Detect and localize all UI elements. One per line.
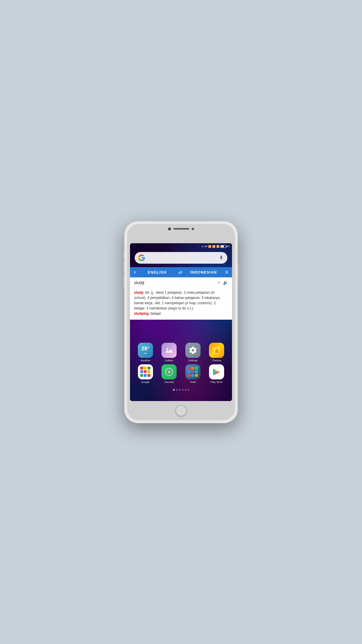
translator-keyword-2: studying — [134, 312, 149, 316]
google-grid-m — [144, 367, 147, 370]
translator-swap-icon[interactable]: ⇄ — [178, 270, 182, 275]
google-grid-maps — [147, 367, 150, 370]
google-grid-play — [144, 370, 147, 373]
weather-temp-display: 28° ☁ — [141, 346, 149, 355]
themes-icon-box — [209, 343, 224, 358]
google-apps-grid — [140, 367, 151, 377]
battery-pct-label: 65 — [227, 245, 230, 248]
gear-svg-icon — [189, 346, 197, 355]
power-button[interactable] — [238, 264, 239, 282]
themes-svg-icon — [212, 345, 222, 355]
settings-icon — [185, 343, 201, 358]
page-indicator — [130, 389, 232, 391]
translator-lang-to[interactable]: INDONESIAN — [184, 270, 222, 274]
translator-keyword-1: study — [134, 290, 143, 295]
app-row-1: 28° ☁ Weather — [130, 343, 232, 362]
google-icon — [138, 364, 153, 379]
tools-g7 — [188, 374, 191, 377]
translator-input-text[interactable]: study — [134, 280, 215, 285]
translator-header: ≡ ENGLISH ⇄ INDONESIAN ✕ — [130, 267, 232, 277]
tools-label: Tools — [190, 381, 196, 384]
app-item-playstore[interactable]: Play Store — [208, 364, 225, 384]
app-item-themes[interactable]: Themes — [208, 343, 225, 362]
page-dot-6[interactable] — [188, 389, 189, 391]
translator-definition-2: :belajar — [150, 312, 161, 316]
translator-result-text: study :kb. (j. -dies) 1 pelajaran. 2 mat… — [134, 290, 228, 316]
app-item-weather[interactable]: 28° ☁ Weather — [137, 343, 154, 362]
front-camera — [168, 228, 171, 230]
google-grid-photos — [147, 370, 150, 373]
signal-bars-1: 📶 — [208, 245, 211, 248]
earpiece — [173, 228, 189, 230]
clock-icon: ⊙ — [201, 245, 204, 248]
app-item-security[interactable]: Security — [160, 364, 178, 384]
translator-speaker-icon[interactable]: 🔊 — [223, 280, 228, 285]
phone-body: ··· ⊙ 4G 📶 📶 📶 65 — [127, 224, 235, 420]
translator-definition-1: :kb. (j. -dies) 1 pelajaran. 2 mata pela… — [134, 290, 220, 310]
app-item-google[interactable]: Google — [137, 364, 154, 384]
weather-label: Weather — [140, 359, 150, 362]
top-notch — [168, 228, 194, 230]
google-grid-chrome — [140, 374, 143, 377]
google-search-bar[interactable] — [135, 252, 227, 264]
app-item-gallery[interactable]: Gallery — [160, 343, 178, 362]
text-cursor — [144, 281, 144, 285]
volume-down-button[interactable] — [123, 276, 124, 288]
signal-bars-2: 📶 — [212, 245, 215, 248]
page-dot-1[interactable] — [173, 389, 175, 391]
playstore-svg-icon — [211, 367, 222, 377]
tools-icon — [185, 364, 201, 379]
translator-close-icon[interactable]: ✕ — [225, 270, 229, 275]
gallery-svg-icon — [164, 346, 174, 355]
google-grid-g — [140, 367, 143, 370]
tools-g8 — [191, 374, 194, 377]
settings-label: Settings — [188, 359, 198, 362]
shield-svg-icon — [164, 367, 174, 377]
home-button[interactable] — [175, 405, 187, 416]
app-grid: 28° ☁ Weather — [130, 343, 232, 386]
translator-menu-icon[interactable]: ≡ — [133, 270, 136, 274]
translator-widget: ≡ ENGLISH ⇄ INDONESIAN ✕ study ✕ 🔊 study — [130, 267, 232, 320]
tools-g1 — [188, 367, 191, 370]
phone-frame: ··· ⊙ 4G 📶 📶 📶 65 — [124, 221, 238, 423]
google-label: Google — [141, 381, 150, 384]
wifi-icon: 📶 — [216, 245, 219, 248]
mute-button[interactable] — [123, 250, 124, 258]
svg-point-3 — [217, 348, 219, 351]
google-grid-drive — [140, 370, 143, 373]
tools-apps-grid — [188, 367, 198, 377]
translator-lang-from[interactable]: ENGLISH — [138, 270, 176, 274]
status-bar: ··· ⊙ 4G 📶 📶 📶 65 — [130, 243, 232, 250]
app-row-2: Google Securi — [130, 364, 232, 384]
app-item-tools[interactable]: Tools — [184, 364, 202, 384]
weather-icon: 28° ☁ — [138, 343, 153, 358]
page-dot-3[interactable] — [179, 389, 180, 391]
battery-fill — [221, 246, 224, 247]
app-item-settings[interactable]: Settings — [184, 343, 202, 362]
page-dot-4[interactable] — [182, 389, 183, 391]
translator-clear-icon[interactable]: ✕ — [217, 280, 221, 285]
playstore-icon — [209, 364, 224, 379]
status-icons: ··· ⊙ 4G 📶 📶 📶 65 — [198, 245, 230, 248]
google-grid-yt — [144, 374, 147, 377]
microphone-icon[interactable] — [219, 255, 224, 260]
google-logo — [138, 254, 145, 261]
screen: ··· ⊙ 4G 📶 📶 📶 65 — [130, 243, 232, 401]
tools-g2 — [191, 367, 194, 370]
4g-icon: 4G — [205, 245, 207, 247]
gallery-label: Gallery — [165, 359, 173, 362]
tools-g9 — [195, 374, 198, 377]
tools-g4 — [188, 370, 191, 373]
google-grid-extra — [147, 374, 150, 377]
translator-result: study :kb. (j. -dies) 1 pelajaran. 2 mat… — [130, 288, 232, 320]
translator-input-row: study ✕ 🔊 — [134, 280, 228, 285]
page-dot-2[interactable] — [176, 389, 178, 391]
page-dot-5[interactable] — [185, 389, 186, 391]
security-label: Security — [164, 381, 174, 384]
gallery-icon — [161, 343, 177, 358]
themes-label: Themes — [212, 359, 222, 362]
security-icon — [161, 364, 177, 379]
volume-up-button[interactable] — [123, 261, 124, 273]
tools-g6 — [195, 370, 198, 373]
translator-input-area[interactable]: study ✕ 🔊 — [130, 277, 232, 288]
